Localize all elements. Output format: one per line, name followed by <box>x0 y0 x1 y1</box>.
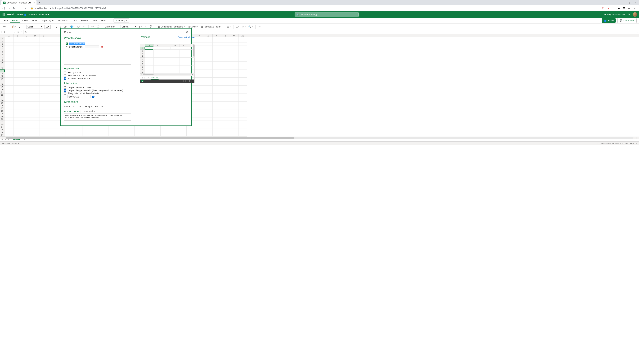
cell[interactable] <box>117 131 126 134</box>
cell[interactable] <box>204 78 212 80</box>
cell[interactable] <box>195 94 204 96</box>
tab-view[interactable]: View <box>91 18 99 23</box>
preview-row-header[interactable]: 6 <box>140 60 145 63</box>
row-header[interactable]: 26 <box>0 104 5 107</box>
select-all-corner[interactable] <box>0 34 5 37</box>
cell[interactable] <box>31 37 40 40</box>
cell[interactable] <box>230 56 239 59</box>
preview-download-icon[interactable] <box>183 80 186 82</box>
sort-filter-option[interactable]: Let people sort and filter <box>64 86 131 89</box>
cell[interactable] <box>14 70 22 72</box>
cell[interactable] <box>22 67 31 70</box>
cell[interactable] <box>239 59 247 62</box>
preview-cell[interactable] <box>162 66 171 68</box>
cell[interactable] <box>195 83 204 86</box>
preview-cell[interactable] <box>179 47 188 50</box>
cell[interactable] <box>14 56 22 59</box>
cell[interactable] <box>31 40 40 43</box>
cell[interactable] <box>14 115 22 118</box>
cell[interactable] <box>65 126 74 128</box>
preview-cell[interactable] <box>162 60 171 63</box>
cell[interactable] <box>40 118 48 120</box>
preview-cell[interactable] <box>153 60 162 63</box>
preview-cell[interactable] <box>153 50 162 52</box>
cell[interactable] <box>195 46 204 48</box>
cell[interactable] <box>22 118 31 120</box>
preview-cell[interactable] <box>179 71 188 74</box>
cell[interactable] <box>221 51 230 54</box>
align-button[interactable]: ≡▾ <box>91 25 95 28</box>
cell[interactable] <box>195 112 204 115</box>
cell[interactable] <box>204 128 212 131</box>
bold-button[interactable]: B <box>55 25 58 28</box>
preview-select-all[interactable] <box>140 44 145 47</box>
cell[interactable] <box>22 107 31 110</box>
cell[interactable] <box>204 46 212 48</box>
cell[interactable] <box>195 102 204 104</box>
cell[interactable] <box>40 123 48 126</box>
cell[interactable] <box>221 107 230 110</box>
tab-review[interactable]: Review <box>79 18 90 23</box>
editing-mode-dropdown[interactable]: ✎ Editing ▾ <box>114 18 129 22</box>
cell[interactable] <box>22 72 31 75</box>
cell[interactable] <box>230 86 239 88</box>
cell[interactable] <box>239 112 247 115</box>
document-title[interactable]: Book1 👥 - Saved to OneDrive ▾ <box>17 13 49 16</box>
row-header[interactable]: 3 <box>0 43 5 46</box>
cell[interactable] <box>40 134 48 136</box>
new-tab-button[interactable]: + <box>38 1 41 4</box>
cell[interactable] <box>31 131 40 134</box>
cell[interactable] <box>212 80 221 83</box>
cell[interactable] <box>212 51 221 54</box>
cell[interactable] <box>40 86 48 88</box>
buy-microsoft-365-button[interactable]: ◆ Buy Microsoft 365 <box>604 13 625 16</box>
cell[interactable] <box>5 131 14 134</box>
expand-formula-bar-icon[interactable]: ▾ <box>635 31 639 33</box>
cell[interactable] <box>100 131 109 134</box>
back-button[interactable]: ◁ <box>2 6 6 10</box>
cell[interactable] <box>40 48 48 51</box>
cell[interactable] <box>221 43 230 46</box>
cell[interactable] <box>230 112 239 115</box>
cell[interactable] <box>5 110 14 112</box>
cell[interactable] <box>48 102 57 104</box>
cell[interactable] <box>204 72 212 75</box>
preview-cell[interactable] <box>171 58 179 60</box>
cell[interactable] <box>221 91 230 94</box>
cell[interactable] <box>195 48 204 51</box>
cell[interactable] <box>239 64 247 67</box>
cell[interactable] <box>204 64 212 67</box>
cell[interactable] <box>152 134 161 136</box>
entire-workbook-option[interactable]: X Entire Workbook <box>66 42 130 45</box>
currency-button[interactable]: $▾ <box>138 25 142 28</box>
cell[interactable] <box>14 46 22 48</box>
cell[interactable] <box>204 91 212 94</box>
cell[interactable] <box>143 126 152 128</box>
row-header[interactable]: 2 <box>0 40 5 43</box>
bookmark-icon[interactable]: ◻ <box>24 7 26 10</box>
row-header[interactable]: 10 <box>0 62 5 64</box>
cell[interactable] <box>230 104 239 107</box>
javascript-tab[interactable]: JavaScript <box>83 110 95 113</box>
download-link-option[interactable]: Include a download link <box>64 77 131 80</box>
cell[interactable] <box>126 131 135 134</box>
row-header[interactable]: 24 <box>0 99 5 102</box>
zoom-level[interactable]: 100% <box>629 142 634 144</box>
row-header[interactable]: 18 <box>0 83 5 86</box>
cell[interactable] <box>22 123 31 126</box>
app-icon[interactable]: ⊞ <box>627 6 631 10</box>
cell[interactable] <box>212 123 221 126</box>
cell[interactable] <box>152 126 161 128</box>
cell[interactable] <box>22 40 31 43</box>
cell[interactable] <box>212 67 221 70</box>
cell[interactable] <box>40 72 48 75</box>
cell[interactable] <box>40 131 48 134</box>
preview-cell[interactable] <box>171 60 179 63</box>
cell[interactable] <box>152 128 161 131</box>
cell[interactable] <box>5 70 14 72</box>
cell[interactable] <box>5 134 14 136</box>
cell[interactable] <box>204 131 212 134</box>
cell[interactable] <box>14 40 22 43</box>
cell[interactable] <box>221 75 230 78</box>
cell[interactable] <box>186 131 195 134</box>
